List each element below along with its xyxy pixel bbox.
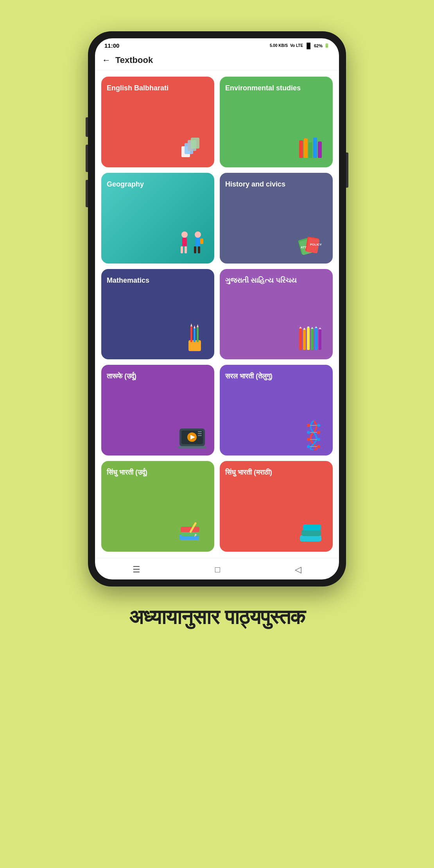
svg-rect-47 <box>178 446 206 448</box>
battery-percent: 62% <box>314 43 323 48</box>
svg-rect-15 <box>194 246 196 253</box>
svg-point-57 <box>307 431 310 434</box>
subject-label-environmental-studies: Environmental studies <box>225 84 327 93</box>
subject-card-history-and-civics[interactable]: History and civics ATT POLICY <box>220 173 333 264</box>
subject-label-english-balbharati: English Balbharati <box>107 84 209 93</box>
svg-rect-29 <box>197 327 199 342</box>
subject-label-sindhu-bharati-marathi: सिंधु भारती (मराठी) <box>225 468 327 477</box>
svg-rect-11 <box>181 246 183 253</box>
svg-point-59 <box>307 438 310 441</box>
svg-rect-6 <box>308 142 312 158</box>
phone-screen: 11:00 5.00 KB/S Vo LTE ▐▌ 62% 🔋 ← Textbo… <box>95 38 339 579</box>
subject-label-geography: Geography <box>107 180 209 189</box>
svg-text:POLICY: POLICY <box>310 243 322 246</box>
svg-marker-40 <box>315 326 317 328</box>
svg-point-9 <box>181 231 188 238</box>
subject-card-environmental-studies[interactable]: Environmental studies <box>220 77 333 167</box>
svg-rect-69 <box>301 530 321 536</box>
status-bar: 11:00 5.00 KB/S Vo LTE ▐▌ 62% 🔋 <box>95 38 339 51</box>
subject-icon-sindhu-bharati-marathi <box>225 515 327 546</box>
power-button <box>346 152 348 188</box>
svg-rect-68 <box>300 535 321 542</box>
subject-card-english-balbharati[interactable]: English Balbharati <box>101 77 214 167</box>
subject-icon-history-and-civics: ATT POLICY <box>225 227 327 258</box>
phone-frame: 11:00 5.00 KB/S Vo LTE ▐▌ 62% 🔋 ← Textbo… <box>88 31 346 586</box>
svg-rect-27 <box>194 328 195 342</box>
subject-card-saral-bharati-telugu[interactable]: सरल भारती (तेलुगु) <box>220 365 333 456</box>
subject-label-gujarati-sahitya: ગુજરાતી સાહિત્ય પરિચય <box>225 276 327 285</box>
menu-icon[interactable]: ☰ <box>133 565 140 575</box>
home-icon[interactable]: □ <box>215 565 220 575</box>
svg-rect-70 <box>303 524 321 531</box>
subject-card-mathematics[interactable]: Mathematics <box>101 269 214 360</box>
svg-marker-36 <box>307 326 310 328</box>
svg-rect-7 <box>313 138 317 158</box>
svg-rect-10 <box>182 238 187 246</box>
subject-icon-sindhu-bharati-urdu <box>107 515 209 546</box>
svg-rect-14 <box>195 238 200 246</box>
signal-bars: ▐▌ <box>305 43 312 49</box>
svg-point-55 <box>307 424 310 427</box>
svg-point-60 <box>317 438 320 441</box>
svg-rect-49 <box>198 433 202 434</box>
svg-marker-28 <box>194 325 195 328</box>
subject-label-history-and-civics: History and civics <box>225 180 327 189</box>
svg-rect-4 <box>299 140 303 158</box>
signal-type: Vo LTE <box>290 43 303 48</box>
back-button[interactable]: ← <box>102 55 111 65</box>
svg-marker-30 <box>197 324 199 327</box>
volume-up-button <box>86 117 88 137</box>
bottom-nav: ☰ □ ◁ <box>95 558 339 579</box>
svg-point-62 <box>317 445 320 448</box>
svg-rect-8 <box>318 142 322 158</box>
status-time: 11:00 <box>104 42 119 49</box>
svg-rect-50 <box>198 435 202 436</box>
silent-button <box>86 180 88 207</box>
svg-text:ATT: ATT <box>301 246 307 249</box>
svg-rect-39 <box>315 328 317 350</box>
status-icons: 5.00 KB/S Vo LTE ▐▌ 62% 🔋 <box>270 43 330 49</box>
svg-rect-41 <box>319 329 321 350</box>
svg-marker-32 <box>299 326 302 328</box>
svg-point-58 <box>317 431 320 434</box>
subject-card-sindhu-bharati-marathi[interactable]: सिंधु भारती (मराठी) <box>220 461 333 552</box>
subject-card-tarufe-urdu[interactable]: तारूफे (उर्दू) <box>101 365 214 456</box>
back-nav-icon[interactable]: ◁ <box>295 565 301 575</box>
subject-icon-gujarati-sahitya <box>225 323 327 354</box>
svg-point-56 <box>317 424 320 427</box>
svg-rect-37 <box>311 329 314 350</box>
svg-rect-12 <box>185 246 187 253</box>
svg-rect-48 <box>198 431 202 432</box>
svg-rect-25 <box>190 326 192 342</box>
svg-rect-3 <box>191 138 199 149</box>
subject-card-geography[interactable]: Geography <box>101 173 214 264</box>
subject-icon-tarufe-urdu <box>107 419 209 450</box>
page-title: Textbook <box>115 55 153 65</box>
subject-card-gujarati-sahitya[interactable]: ગુજરાતી સાહિત્ય પરિચય <box>220 269 333 360</box>
subject-label-sindhu-bharati-urdu: सिंधु भारती (उर्दू) <box>107 468 209 477</box>
svg-point-61 <box>307 445 310 448</box>
subjects-grid: English Balbharati Environmental studies… <box>95 70 339 558</box>
subject-card-sindhu-bharati-urdu[interactable]: सिंधु भारती (उर्दू) <box>101 461 214 552</box>
svg-rect-35 <box>307 328 310 350</box>
svg-marker-26 <box>190 323 192 326</box>
subject-label-saral-bharati-telugu: सरल भारती (तेलुगु) <box>225 372 327 381</box>
svg-marker-38 <box>311 327 314 329</box>
svg-rect-16 <box>198 246 200 253</box>
svg-point-13 <box>195 231 201 238</box>
subject-icon-environmental-studies <box>225 131 327 162</box>
subject-icon-english-balbharati <box>107 131 209 162</box>
svg-rect-5 <box>304 138 308 158</box>
header-bar: ← Textbook <box>95 51 339 70</box>
network-speed: 5.00 KB/S <box>270 43 288 48</box>
svg-marker-42 <box>319 327 321 329</box>
volume-down-button <box>86 145 88 172</box>
svg-rect-31 <box>299 328 302 350</box>
subject-label-tarufe-urdu: तारूफे (उर्दू) <box>107 372 209 381</box>
subject-label-mathematics: Mathematics <box>107 276 209 285</box>
svg-marker-34 <box>303 328 306 330</box>
svg-rect-33 <box>303 330 306 350</box>
svg-rect-17 <box>200 239 203 244</box>
subject-icon-geography <box>107 227 209 258</box>
bottom-text: अध्यायानुसार पाठ्यपुस्तक <box>129 605 305 629</box>
